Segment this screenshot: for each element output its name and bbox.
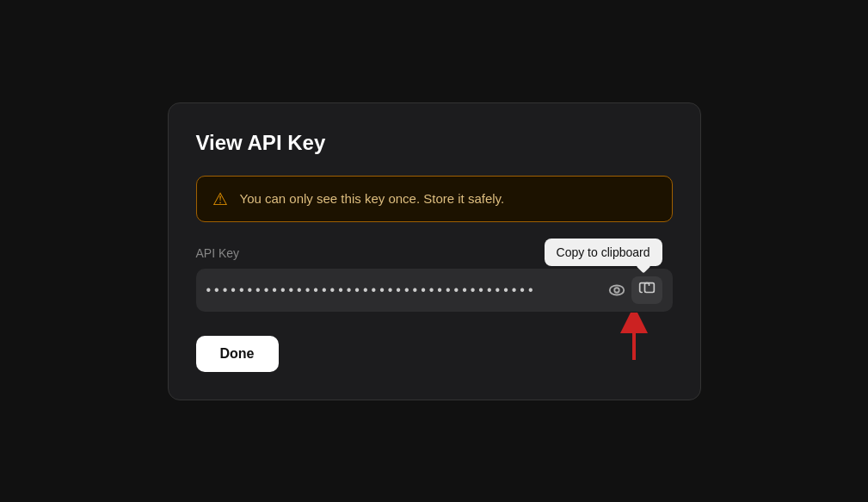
- copy-to-clipboard-button[interactable]: Copy to clipboard: [631, 276, 662, 304]
- api-key-input-wrapper: ••••••••••••••••••••••••••••••••••••••••…: [196, 269, 673, 312]
- arrow-indicator: [613, 313, 656, 364]
- svg-point-0: [609, 285, 624, 294]
- toggle-visibility-button[interactable]: [602, 277, 631, 303]
- warning-text: You can only see this key once. Store it…: [240, 191, 505, 206]
- api-key-value: ••••••••••••••••••••••••••••••••••••••••: [206, 282, 602, 298]
- done-button[interactable]: Done: [196, 336, 279, 372]
- warning-banner: ⚠ You can only see this key once. Store …: [196, 176, 673, 222]
- api-key-label: API Key: [196, 246, 673, 260]
- modal-title: View API Key: [196, 131, 673, 155]
- warning-icon: ⚠: [212, 189, 228, 209]
- api-key-row: ••••••••••••••••••••••••••••••••••••••••…: [196, 269, 673, 312]
- svg-point-1: [614, 288, 619, 293]
- eye-icon: [607, 281, 626, 300]
- arrow-svg: [613, 313, 656, 364]
- view-api-key-modal: View API Key ⚠ You can only see this key…: [168, 102, 701, 400]
- clipboard-icon: [638, 282, 656, 299]
